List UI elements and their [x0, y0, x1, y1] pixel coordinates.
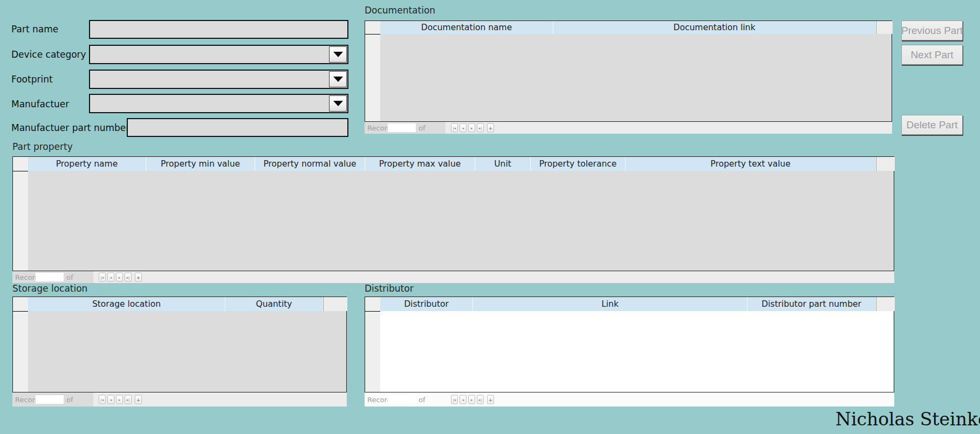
distributor-record-navigator: Record of |◂ ◂ ▸ ▸| +: [365, 392, 894, 407]
distributor-row-selector-column: [365, 297, 381, 392]
of-label: of: [66, 273, 73, 281]
footprint-label: Footprint: [11, 74, 53, 85]
part-property-col-header: Unit: [475, 157, 531, 171]
part-property-record-navigator: Record of |◂ ◂ ▸ ▸| +: [12, 271, 894, 283]
insert-record-button[interactable]: +: [135, 273, 142, 282]
record-number-input[interactable]: [36, 273, 64, 281]
last-record-button[interactable]: ▸|: [477, 395, 484, 404]
storage-location-header-filler: [323, 297, 347, 311]
prior-record-button[interactable]: ◂: [107, 273, 114, 282]
part-name-label: Part name: [11, 24, 58, 35]
first-record-button[interactable]: |◂: [99, 273, 106, 282]
documentation-section-title: Documentation: [365, 5, 435, 16]
storage-location-col-header: Storage location: [28, 297, 225, 311]
part-property-table-body[interactable]: [28, 171, 894, 271]
distributor-table: Distributor Link Distributor part number: [365, 297, 894, 392]
combo-dropdown-button[interactable]: [329, 95, 347, 112]
manufacturer-label: Manufactuer: [11, 99, 69, 109]
manufacturer-combo[interactable]: [89, 94, 348, 113]
previous-part-button[interactable]: Previous Part: [901, 20, 963, 40]
documentation-table: Documentation name Documentation link: [365, 20, 892, 122]
insert-record-button[interactable]: +: [487, 123, 494, 133]
of-label: of: [419, 396, 426, 404]
navigator-background: [446, 122, 892, 134]
of-label: of: [419, 124, 426, 132]
documentation-row-selector-column: [365, 21, 381, 121]
last-record-button[interactable]: ▸|: [477, 123, 484, 133]
part-property-col-header: Property name: [28, 157, 146, 171]
distributor-table-body[interactable]: [380, 311, 894, 392]
device-category-label: Device category: [11, 49, 86, 60]
part-property-table: Property name Property min value Propert…: [12, 156, 894, 271]
device-category-combo[interactable]: [89, 45, 348, 64]
distributor-col-header: Distributor: [380, 297, 473, 311]
part-property-col-header: Property text value: [626, 157, 876, 171]
footprint-combo[interactable]: [89, 70, 348, 89]
part-name-input[interactable]: [89, 20, 348, 39]
part-property-col-header: Property normal value: [255, 157, 365, 171]
first-record-button[interactable]: |◂: [451, 395, 458, 404]
documentation-col-header: Documentation name: [380, 21, 553, 34]
part-property-header-filler: [876, 157, 895, 171]
caret-down-icon: [333, 52, 343, 57]
storage-location-section-title: Storage location: [12, 283, 87, 294]
last-record-button[interactable]: ▸|: [125, 273, 132, 282]
record-number-input[interactable]: [36, 395, 64, 404]
storage-location-record-navigator: Record of |◂ ◂ ▸ ▸| +: [12, 392, 347, 407]
distributor-col-header: Link: [473, 297, 748, 311]
manufacturer-part-number-label: Manufactuer part number: [11, 122, 129, 133]
documentation-table-body[interactable]: [380, 34, 892, 121]
first-record-button[interactable]: |◂: [99, 395, 106, 404]
documentation-record-navigator: Record of |◂ ◂ ▸ ▸| +: [365, 122, 892, 134]
delete-part-button[interactable]: Delete Part: [901, 115, 963, 135]
next-record-button[interactable]: ▸: [468, 395, 475, 404]
record-number-input[interactable]: [388, 123, 416, 132]
documentation-col-header: Documentation link: [553, 21, 876, 34]
of-label: of: [66, 396, 73, 404]
distributor-col-header: Distributor part number: [748, 297, 876, 311]
next-record-button[interactable]: ▸: [468, 123, 475, 133]
next-record-button[interactable]: ▸: [116, 273, 123, 282]
documentation-header-filler: [876, 21, 893, 34]
combo-dropdown-button[interactable]: [329, 46, 347, 63]
part-property-col-header: Property min value: [146, 157, 255, 171]
storage-location-col-header: Quantity: [225, 297, 323, 311]
prior-record-button[interactable]: ◂: [460, 395, 467, 404]
prior-record-button[interactable]: ◂: [107, 395, 114, 404]
part-property-col-header: Property max value: [365, 157, 475, 171]
combo-dropdown-button[interactable]: [329, 71, 347, 87]
caret-down-icon: [333, 101, 343, 106]
caret-down-icon: [333, 77, 343, 82]
next-part-button[interactable]: Next Part: [901, 45, 963, 65]
storage-location-table-body[interactable]: [28, 311, 346, 392]
insert-record-button[interactable]: +: [135, 395, 142, 404]
prior-record-button[interactable]: ◂: [460, 123, 467, 133]
part-property-row-selector-column: [13, 157, 29, 271]
navigator-background: [93, 271, 894, 283]
distributor-header-filler: [876, 297, 895, 311]
author-signature: Nicholas Steinke: [835, 409, 980, 430]
storage-location-row-selector-column: [13, 297, 29, 392]
distributor-section-title: Distributor: [365, 283, 414, 294]
last-record-button[interactable]: ▸|: [125, 395, 132, 404]
insert-record-button[interactable]: +: [487, 395, 494, 404]
next-record-button[interactable]: ▸: [116, 395, 123, 404]
record-number-input[interactable]: [388, 395, 416, 404]
manufacturer-part-number-input[interactable]: [127, 118, 348, 137]
part-property-col-header: Property tolerance: [531, 157, 626, 171]
first-record-button[interactable]: |◂: [451, 123, 458, 133]
part-property-section-title: Part property: [12, 141, 73, 152]
storage-location-table: Storage location Quantity: [12, 297, 347, 392]
